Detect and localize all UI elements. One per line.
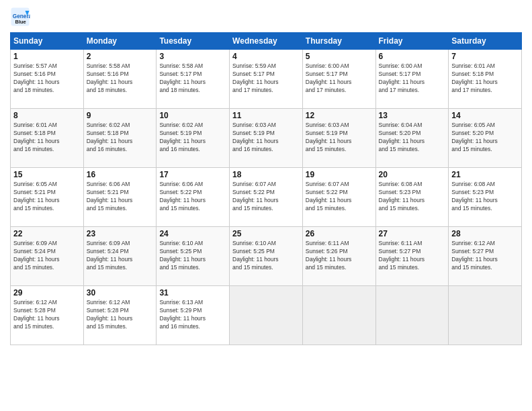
calendar-cell: 3Sunrise: 5:58 AMSunset: 5:17 PMDaylight…: [157, 50, 230, 109]
calendar-cell: 9Sunrise: 6:02 AMSunset: 5:18 PMDaylight…: [83, 109, 157, 168]
day-number: 9: [87, 111, 154, 120]
day-info: Sunrise: 6:12 AMSunset: 5:28 PMDaylight:…: [87, 299, 154, 331]
day-info: Sunrise: 6:00 AMSunset: 5:17 PMDaylight:…: [379, 62, 446, 95]
day-number: 8: [13, 111, 81, 120]
day-info: Sunrise: 6:11 AMSunset: 5:26 PMDaylight:…: [306, 240, 373, 272]
day-number: 18: [232, 170, 300, 179]
calendar-cell: 25Sunrise: 6:10 AMSunset: 5:25 PMDayligh…: [230, 227, 303, 286]
day-number: 7: [451, 52, 519, 61]
weekday-header-sunday: Sunday: [11, 33, 84, 50]
day-info: Sunrise: 6:01 AMSunset: 5:18 PMDaylight:…: [451, 62, 519, 95]
day-number: 5: [306, 52, 373, 61]
calendar-cell: 21Sunrise: 6:08 AMSunset: 5:23 PMDayligh…: [449, 168, 522, 227]
day-info: Sunrise: 6:06 AMSunset: 5:21 PMDaylight:…: [87, 181, 154, 213]
day-number: 25: [232, 229, 300, 238]
day-number: 16: [87, 170, 154, 179]
weekday-header-saturday: Saturday: [449, 33, 522, 50]
calendar-cell: [449, 286, 522, 345]
calendar-cell: 27Sunrise: 6:11 AMSunset: 5:27 PMDayligh…: [375, 227, 449, 286]
calendar-cell: [302, 286, 375, 345]
day-info: Sunrise: 6:10 AMSunset: 5:25 PMDaylight:…: [232, 240, 300, 272]
day-info: Sunrise: 6:13 AMSunset: 5:29 PMDaylight:…: [159, 299, 226, 331]
calendar-cell: 7Sunrise: 6:01 AMSunset: 5:18 PMDaylight…: [449, 50, 522, 109]
day-number: 19: [306, 170, 373, 179]
day-number: 29: [13, 288, 81, 298]
day-info: Sunrise: 6:08 AMSunset: 5:23 PMDaylight:…: [379, 181, 446, 213]
calendar-cell: 24Sunrise: 6:10 AMSunset: 5:25 PMDayligh…: [157, 227, 230, 286]
page: General Blue SundayMondayTuesdayWednesda…: [0, 0, 532, 411]
day-info: Sunrise: 5:57 AMSunset: 5:16 PMDaylight:…: [13, 62, 81, 95]
day-info: Sunrise: 6:12 AMSunset: 5:28 PMDaylight:…: [13, 299, 81, 331]
calendar-cell: 17Sunrise: 6:06 AMSunset: 5:22 PMDayligh…: [157, 168, 230, 227]
calendar-cell: 29Sunrise: 6:12 AMSunset: 5:28 PMDayligh…: [11, 286, 84, 345]
calendar-cell: 20Sunrise: 6:08 AMSunset: 5:23 PMDayligh…: [375, 168, 449, 227]
day-number: 11: [232, 111, 300, 120]
week-row-4: 22Sunrise: 6:09 AMSunset: 5:24 PMDayligh…: [11, 227, 522, 286]
day-info: Sunrise: 6:04 AMSunset: 5:20 PMDaylight:…: [379, 122, 446, 154]
day-number: 23: [87, 229, 154, 238]
calendar-cell: [230, 286, 303, 345]
day-info: Sunrise: 6:07 AMSunset: 5:22 PMDaylight:…: [306, 181, 373, 213]
calendar-cell: 14Sunrise: 6:05 AMSunset: 5:20 PMDayligh…: [449, 109, 522, 168]
calendar-cell: 1Sunrise: 5:57 AMSunset: 5:16 PMDaylight…: [11, 50, 84, 109]
calendar-cell: 28Sunrise: 6:12 AMSunset: 5:27 PMDayligh…: [449, 227, 522, 286]
day-info: Sunrise: 6:02 AMSunset: 5:19 PMDaylight:…: [159, 122, 226, 154]
day-info: Sunrise: 5:58 AMSunset: 5:17 PMDaylight:…: [159, 62, 226, 95]
day-number: 13: [379, 111, 446, 120]
calendar-cell: 15Sunrise: 6:05 AMSunset: 5:21 PMDayligh…: [11, 168, 84, 227]
calendar-cell: 26Sunrise: 6:11 AMSunset: 5:26 PMDayligh…: [302, 227, 375, 286]
day-info: Sunrise: 6:06 AMSunset: 5:22 PMDaylight:…: [159, 181, 226, 213]
calendar-cell: 6Sunrise: 6:00 AMSunset: 5:17 PMDaylight…: [375, 50, 449, 109]
day-number: 21: [451, 170, 519, 179]
weekday-header-tuesday: Tuesday: [157, 33, 230, 50]
day-number: 17: [159, 170, 226, 179]
calendar-cell: 12Sunrise: 6:03 AMSunset: 5:19 PMDayligh…: [302, 109, 375, 168]
day-info: Sunrise: 6:03 AMSunset: 5:19 PMDaylight:…: [306, 122, 373, 154]
day-info: Sunrise: 6:10 AMSunset: 5:25 PMDaylight:…: [159, 240, 226, 272]
weekday-header-thursday: Thursday: [302, 33, 375, 50]
day-info: Sunrise: 5:59 AMSunset: 5:17 PMDaylight:…: [232, 62, 300, 95]
calendar-cell: 31Sunrise: 6:13 AMSunset: 5:29 PMDayligh…: [157, 286, 230, 345]
day-number: 12: [306, 111, 373, 120]
day-number: 24: [159, 229, 226, 238]
day-number: 14: [451, 111, 519, 120]
week-row-3: 15Sunrise: 6:05 AMSunset: 5:21 PMDayligh…: [11, 168, 522, 227]
day-info: Sunrise: 6:00 AMSunset: 5:17 PMDaylight:…: [306, 62, 373, 95]
week-row-5: 29Sunrise: 6:12 AMSunset: 5:28 PMDayligh…: [11, 286, 522, 345]
day-number: 2: [87, 52, 154, 61]
calendar-cell: 13Sunrise: 6:04 AMSunset: 5:20 PMDayligh…: [375, 109, 449, 168]
weekday-header-row: SundayMondayTuesdayWednesdayThursdayFrid…: [11, 33, 522, 50]
day-number: 1: [13, 52, 81, 61]
calendar-cell: 2Sunrise: 5:58 AMSunset: 5:16 PMDaylight…: [83, 50, 157, 109]
calendar-cell: 16Sunrise: 6:06 AMSunset: 5:21 PMDayligh…: [83, 168, 157, 227]
calendar-cell: 5Sunrise: 6:00 AMSunset: 5:17 PMDaylight…: [302, 50, 375, 109]
day-number: 30: [87, 288, 154, 298]
day-info: Sunrise: 6:05 AMSunset: 5:20 PMDaylight:…: [451, 122, 519, 154]
day-number: 10: [159, 111, 226, 120]
calendar-cell: 22Sunrise: 6:09 AMSunset: 5:24 PMDayligh…: [11, 227, 84, 286]
day-info: Sunrise: 6:01 AMSunset: 5:18 PMDaylight:…: [13, 122, 81, 154]
day-number: 26: [306, 229, 373, 238]
calendar-cell: 30Sunrise: 6:12 AMSunset: 5:28 PMDayligh…: [83, 286, 157, 345]
weekday-header-wednesday: Wednesday: [230, 33, 303, 50]
day-info: Sunrise: 6:09 AMSunset: 5:24 PMDaylight:…: [13, 240, 81, 272]
day-info: Sunrise: 6:05 AMSunset: 5:21 PMDaylight:…: [13, 181, 81, 213]
week-row-2: 8Sunrise: 6:01 AMSunset: 5:18 PMDaylight…: [11, 109, 522, 168]
logo: General Blue: [10, 7, 33, 27]
day-number: 4: [232, 52, 300, 61]
calendar-cell: 10Sunrise: 6:02 AMSunset: 5:19 PMDayligh…: [157, 109, 230, 168]
day-info: Sunrise: 6:07 AMSunset: 5:22 PMDaylight:…: [232, 181, 300, 213]
calendar: SundayMondayTuesdayWednesdayThursdayFrid…: [10, 32, 522, 345]
calendar-cell: 4Sunrise: 5:59 AMSunset: 5:17 PMDaylight…: [230, 50, 303, 109]
day-info: Sunrise: 6:03 AMSunset: 5:19 PMDaylight:…: [232, 122, 300, 154]
calendar-cell: 18Sunrise: 6:07 AMSunset: 5:22 PMDayligh…: [230, 168, 303, 227]
calendar-cell: 8Sunrise: 6:01 AMSunset: 5:18 PMDaylight…: [11, 109, 84, 168]
calendar-cell: [375, 286, 449, 345]
day-info: Sunrise: 6:11 AMSunset: 5:27 PMDaylight:…: [379, 240, 446, 272]
calendar-cell: 19Sunrise: 6:07 AMSunset: 5:22 PMDayligh…: [302, 168, 375, 227]
week-row-1: 1Sunrise: 5:57 AMSunset: 5:16 PMDaylight…: [11, 50, 522, 109]
day-info: Sunrise: 6:08 AMSunset: 5:23 PMDaylight:…: [451, 181, 519, 213]
day-number: 20: [379, 170, 446, 179]
day-info: Sunrise: 6:12 AMSunset: 5:27 PMDaylight:…: [451, 240, 519, 272]
day-number: 3: [159, 52, 226, 61]
